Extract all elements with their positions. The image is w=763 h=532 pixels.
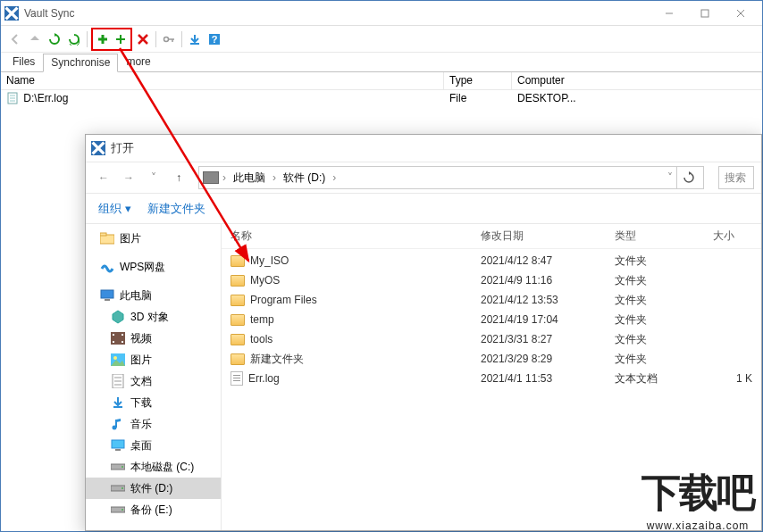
tree-item-label: 此电脑 [120, 288, 152, 303]
breadcrumb-drive[interactable]: 软件 (D:) [280, 170, 329, 186]
file-rows: My_ISO2021/4/12 8:47文件夹MyOS2021/4/9 11:1… [222, 249, 761, 388]
svg-rect-15 [105, 299, 110, 301]
svg-point-2 [164, 37, 169, 41]
svg-point-22 [113, 356, 117, 360]
minimize-button[interactable] [651, 2, 687, 25]
nav-back-icon[interactable]: ← [93, 167, 114, 188]
row-name-text: D:\Err.log [23, 92, 68, 104]
column-computer[interactable]: Computer [512, 72, 762, 89]
tree-item-label: 图片 [130, 353, 152, 368]
file-date: 2021/4/12 13:53 [472, 294, 606, 306]
tree-item[interactable]: 软件 (D:) [86, 478, 221, 499]
music-icon [111, 417, 125, 431]
separator [155, 31, 156, 47]
file-date: 2021/4/12 8:47 [472, 254, 606, 267]
svg-rect-13 [100, 233, 106, 236]
breadcrumb-pc[interactable]: 此电脑 [230, 170, 269, 186]
file-icon [6, 92, 19, 104]
file-row[interactable]: My_ISO2021/4/12 8:47文件夹 [222, 251, 761, 270]
pics-icon [111, 353, 125, 367]
tree-item[interactable]: WPS网盘 [86, 256, 221, 278]
tree-item-label: 桌面 [130, 438, 152, 453]
tree-item[interactable]: 下载 [86, 392, 221, 413]
close-button[interactable] [723, 2, 759, 25]
download-icon[interactable] [186, 30, 204, 48]
nav-tree: 图片WPS网盘此电脑3D 对象视频图片文档下载音乐桌面本地磁盘 (C:)软件 (… [86, 224, 222, 530]
column-type[interactable]: 类型 [606, 229, 704, 244]
tab-files[interactable]: Files [4, 53, 43, 71]
file-row[interactable]: temp2021/4/19 17:04文件夹 [222, 310, 761, 329]
tab-more[interactable]: more [118, 53, 158, 71]
key-icon[interactable] [160, 30, 178, 48]
file-row[interactable]: Err.log2021/4/1 11:53文本文档1 K [222, 369, 761, 388]
add-file-icon[interactable] [94, 30, 112, 48]
dialog-toolbar: 组织 ▾ 新建文件夹 [86, 194, 761, 224]
svg-point-28 [113, 426, 117, 430]
chevron-right-icon: › [272, 171, 276, 184]
tree-item-label: 软件 (D:) [130, 481, 172, 496]
tree-item[interactable]: 图片 [86, 228, 221, 249]
tree-item[interactable]: 本地磁盘 (C:) [86, 456, 221, 478]
refresh-icon[interactable] [46, 30, 63, 48]
nav-forward-icon[interactable]: → [118, 167, 139, 188]
refresh-icon[interactable] [676, 166, 700, 189]
folder-icon [231, 334, 245, 345]
refresh-all-icon[interactable] [65, 30, 83, 48]
tree-item-label: 图片 [120, 231, 141, 246]
up-icon[interactable] [26, 30, 44, 48]
column-name[interactable]: Name [1, 72, 444, 89]
list-header: Name Type Computer [1, 72, 762, 90]
organize-button[interactable]: 组织 ▾ [98, 201, 131, 217]
tabs: Files Synchronise more [1, 53, 762, 72]
nav-up-icon[interactable]: ↑ [168, 167, 189, 188]
svg-point-36 [122, 509, 123, 511]
column-size[interactable]: 大小 [704, 229, 761, 244]
add-folder-icon[interactable] [112, 30, 130, 48]
dialog-titlebar: 打开 [86, 135, 761, 162]
tree-item[interactable]: 备份 (E:) [86, 499, 221, 520]
search-input[interactable]: 搜索 [718, 166, 754, 189]
svg-point-34 [122, 487, 123, 489]
file-row[interactable]: tools2021/3/31 8:27文件夹 [222, 329, 761, 349]
separator [87, 31, 88, 47]
file-date: 2021/4/9 11:16 [472, 274, 606, 287]
tree-item-label: 视频 [130, 331, 152, 346]
tree-item[interactable]: 3D 对象 [86, 306, 221, 328]
file-row[interactable]: MyOS2021/4/9 11:16文件夹 [222, 270, 761, 290]
help-icon[interactable]: ? [205, 30, 223, 48]
tree-item[interactable]: 此电脑 [86, 285, 221, 306]
tree-item-label: 备份 (E:) [130, 503, 172, 518]
file-type: 文件夹 [606, 312, 704, 328]
file-name: 新建文件夹 [250, 352, 304, 367]
file-row[interactable]: Program Files2021/4/12 13:53文件夹 [222, 290, 761, 310]
table-row[interactable]: D:\Err.log File DESKTOP... [1, 90, 762, 106]
file-type: 文件夹 [606, 293, 704, 308]
svg-rect-20 [122, 341, 123, 343]
add-buttons-highlight [91, 28, 132, 51]
tree-item[interactable]: 音乐 [86, 413, 221, 435]
delete-icon[interactable] [134, 30, 152, 48]
chevron-down-icon: ▾ [125, 202, 131, 215]
wps-icon [100, 260, 114, 274]
file-row[interactable]: 新建文件夹2021/3/29 8:29文件夹 [222, 349, 761, 369]
chevron-down-icon[interactable]: ˅ [667, 171, 673, 184]
dialog-app-icon [91, 141, 105, 155]
new-folder-button[interactable]: 新建文件夹 [147, 201, 205, 217]
tree-item[interactable]: 视频 [86, 328, 221, 349]
folder-icon [100, 231, 114, 245]
nav-recent-icon[interactable]: ˅ [143, 167, 164, 188]
chevron-right-icon: › [222, 171, 226, 184]
column-name[interactable]: 名称 [222, 229, 472, 244]
tree-item[interactable]: 图片 [86, 349, 221, 370]
back-icon[interactable] [6, 30, 24, 48]
titlebar: Vault Sync [1, 1, 762, 26]
tree-item[interactable]: 桌面 [86, 435, 221, 456]
column-date[interactable]: 修改日期 [472, 229, 606, 244]
breadcrumb[interactable]: › 此电脑 › 软件 (D:) › ˅ [198, 166, 704, 189]
tree-item[interactable]: 文档 [86, 370, 221, 392]
file-type: 文件夹 [606, 352, 704, 367]
tab-synchronise[interactable]: Synchronise [43, 54, 118, 72]
file-name: Program Files [250, 294, 317, 306]
maximize-button[interactable] [687, 2, 723, 25]
column-type[interactable]: Type [444, 72, 512, 89]
